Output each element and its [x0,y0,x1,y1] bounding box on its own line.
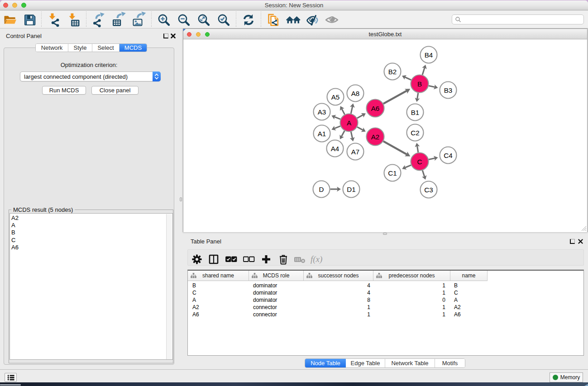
mcds-result-item[interactable]: A2 [11,214,19,222]
session-snapshot-button[interactable] [266,13,281,27]
hide-details-button[interactable] [306,13,320,27]
table-row[interactable]: Bdominator41B [188,282,583,289]
graph-edge-B-B2[interactable] [405,77,411,80]
tab-network[interactable]: Network [36,44,68,52]
application-window: Session: New Session C [0,0,588,386]
resize-grip-icon[interactable] [581,225,587,231]
close-table-panel-icon[interactable] [578,239,583,244]
home-view-button[interactable] [286,13,301,27]
control-panel-title: Control Panel [6,33,42,39]
column-header-shared-name[interactable]: shared name [188,271,249,281]
table-cell: connector [253,311,277,318]
tab-mcds[interactable]: MCDS [120,44,147,52]
float-table-panel-icon[interactable] [570,239,575,244]
select-all-columns-button[interactable] [224,252,239,267]
graph-edge-A-A5[interactable] [342,109,345,114]
table-row[interactable]: A6connector11A6 [188,311,583,318]
graph-node-label: B4 [425,51,433,59]
save-session-button[interactable] [23,13,37,27]
graph-edge-C-C3[interactable] [422,171,425,177]
graph-edge-A-A3[interactable] [335,117,340,119]
mcds-result-list[interactable]: A2ABCA6 [10,213,173,360]
split-columns-button[interactable] [206,252,221,267]
float-panel-icon[interactable] [163,33,168,38]
graph-edge-A-A7[interactable] [351,132,352,138]
zoom-selected-button[interactable] [216,13,231,27]
network-window-titlebar[interactable]: testGlobe.txt [183,29,587,39]
apply-layout-button[interactable] [241,13,256,27]
graph-edge-B-B3[interactable] [429,86,435,87]
export-table-button[interactable] [112,13,126,27]
graph-edge-A2-C[interactable] [383,141,407,154]
tab-node-table[interactable]: Node Table [305,359,346,367]
graph-node-label: A7 [351,148,360,156]
table-cell: C [192,289,196,296]
graph-edge-C-C2[interactable] [417,146,418,152]
graph-edge-A-A4[interactable] [341,131,344,137]
table-settings-button[interactable] [190,252,204,267]
search-input[interactable] [452,14,584,24]
export-table-icon [112,13,126,27]
graph-edge-A6-B[interactable] [383,91,407,104]
unselect-all-columns-button[interactable] [242,252,256,267]
criterion-select[interactable]: largest connected component (directed) [20,71,161,81]
mcds-list-scrollbar[interactable] [166,214,172,359]
column-header-MCDS-role[interactable]: MCDS role [249,271,304,281]
export-image-button[interactable] [132,13,146,27]
graph-edge-B-B4[interactable] [422,68,425,75]
graph-edge-A-A1[interactable] [335,126,340,129]
zoom-out-button[interactable] [177,13,191,27]
memory-button[interactable]: Memory [550,372,583,382]
mcds-result-item[interactable]: A [11,222,19,229]
show-details-button[interactable] [325,13,339,27]
graph-node-label: A4 [331,145,339,152]
close-panel-icon[interactable] [171,33,176,38]
network-canvas[interactable]: AA6A2BCA1A3A4A5A7A8B1B2B3B4C1C2C3C4DD1 [183,40,587,232]
network-graph: AA6A2BCA1A3A4A5A7A8B1B2B3B4C1C2C3C4DD1 [183,40,587,232]
table-row[interactable]: Cdominator41C [188,289,583,296]
graph-node-label: A8 [351,90,360,97]
export-network-button[interactable] [92,13,106,27]
mcds-result-item[interactable]: B [11,229,19,236]
zoom-in-button[interactable] [157,13,171,27]
import-network-button[interactable] [47,13,62,27]
run-mcds-button[interactable]: Run MCDS [42,86,86,95]
table-cell: A6 [454,311,461,318]
tab-network-table[interactable]: Network Table [385,359,435,367]
horizontal-splitter-handle[interactable] [383,233,387,235]
tab-edge-table[interactable]: Edge Table [346,359,385,367]
graph-edge-A-A2[interactable] [357,127,363,130]
graph-edge-A-A6[interactable] [357,115,363,118]
table-row[interactable]: A2connector11A2 [188,304,583,311]
mcds-result-item[interactable]: A6 [11,244,19,251]
import-network-icon [48,13,61,27]
vertical-splitter-handle[interactable] [180,197,182,201]
tab-motifs[interactable]: Motifs [435,359,465,367]
toolbar-separator [236,12,236,28]
tab-select[interactable]: Select [92,44,120,52]
function-builder-button[interactable]: f(x) [310,252,325,267]
delete-table-button[interactable] [292,252,307,267]
node-table[interactable]: shared nameMCDS rolesuccessor nodesprede… [187,270,584,356]
graph-edge-B-B1[interactable] [417,93,418,99]
task-history-button[interactable] [5,373,17,382]
graph-edge-A-A8[interactable] [351,106,352,114]
graph-edge-C-C4[interactable] [429,158,435,159]
table-cell: A2 [192,304,199,311]
delete-column-button[interactable] [276,252,291,267]
zoom-fit-button[interactable] [196,13,211,27]
close-panel-button[interactable]: Close panel [91,86,139,95]
add-column-button[interactable] [259,252,273,267]
table-cell: A2 [454,304,461,311]
tab-style[interactable]: Style [68,44,92,52]
table-row[interactable]: Adominator80A [188,296,583,304]
table-cell: 1 [367,311,370,318]
import-table-button[interactable] [67,13,82,27]
open-session-button[interactable] [3,13,17,27]
mcds-result-item[interactable]: C [11,237,19,244]
graph-edge-C-C1[interactable] [405,165,411,168]
column-header-predecessor-nodes[interactable]: predecessor nodes [373,271,450,281]
column-header-name[interactable]: name [450,271,488,281]
graph-node-label: C1 [388,169,397,177]
column-header-successor-nodes[interactable]: successor nodes [304,271,373,281]
